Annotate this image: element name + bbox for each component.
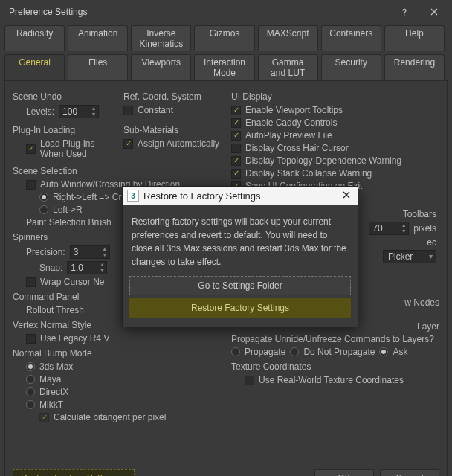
use-legacy-check[interactable]: [26, 334, 36, 344]
rl-crossing-radio[interactable]: [39, 193, 48, 202]
load-plugins-label: Load Plug-ins When Used: [40, 138, 110, 159]
bm-maya-radio[interactable]: [26, 375, 35, 384]
footer: Restore Factory Settings... OK Cancel: [13, 469, 439, 476]
tab-ik[interactable]: Inverse Kinematics: [131, 25, 191, 51]
precision-label: Precision:: [26, 247, 65, 257]
r2-check[interactable]: [231, 118, 241, 128]
calc-bitangent-check: [39, 413, 49, 422]
r4-check[interactable]: [231, 144, 241, 153]
r1-check[interactable]: [231, 106, 241, 115]
tab-maxscript[interactable]: MAXScript: [258, 25, 318, 51]
go-to-settings-button[interactable]: Go to Settings Folder: [129, 276, 351, 295]
r4-label: Display Cross Hair Cursor: [245, 143, 349, 153]
wrap-cursor-label: Wrap Cursor Ne: [40, 277, 104, 287]
snap-spinner[interactable]: ▲▼: [67, 261, 107, 274]
tab-interaction[interactable]: Interaction Mode: [194, 54, 254, 80]
tab-viewports[interactable]: Viewports: [131, 54, 191, 80]
bm-directx-radio[interactable]: [26, 387, 35, 396]
r2-label: Enable Caddy Controls: [245, 118, 337, 128]
tab-help[interactable]: Help: [384, 25, 445, 51]
bm-maya-label: Maya: [39, 374, 61, 385]
propagate-radio[interactable]: [231, 347, 240, 356]
propagate-text: Propagate Unnide/Unfreeze Commands to La…: [231, 334, 434, 344]
tab-general[interactable]: General: [4, 54, 65, 80]
help-icon[interactable]: [390, 1, 419, 22]
tab-files[interactable]: Files: [68, 54, 128, 80]
dialog-title: Restore to Factory Settings: [143, 190, 335, 202]
r6-check[interactable]: [231, 169, 241, 178]
bump-mode-label: Normal Bump Mode: [13, 348, 221, 358]
submaterials-label: Sub-Materials: [123, 125, 221, 135]
p2-label: Do Not Propagate: [303, 347, 375, 357]
tex-coords-label: Texture Coordinates: [231, 361, 439, 372]
plugin-loading-label: Plug-In Loading: [13, 125, 110, 135]
ui-display-label: UI Display: [231, 91, 439, 102]
r5-check[interactable]: [231, 156, 241, 166]
dialog-close-icon[interactable]: [340, 190, 353, 202]
levels-label: Levels:: [26, 106, 54, 117]
use-legacy-label: Use Legacy R4 V: [40, 333, 109, 344]
r3-label: AutoPlay Preview File: [245, 130, 332, 141]
rollout-thresh-label: Rollout Thresh: [26, 305, 84, 315]
r6-label: Display Stack Collapse Warning: [245, 168, 372, 178]
calc-bitangent-label: Calculate bitangent per pixel: [54, 412, 166, 422]
constant-check[interactable]: [123, 106, 133, 115]
paint-brush-label: Paint Selection Brush: [26, 217, 112, 228]
close-icon[interactable]: [419, 1, 449, 22]
r5-label: Display Topology-Dependence Warning: [245, 155, 401, 166]
wrap-cursor-check[interactable]: [26, 277, 36, 287]
assign-auto-check[interactable]: [123, 139, 133, 149]
tab-containers[interactable]: Containers: [321, 25, 381, 51]
precision-spinner[interactable]: ▲▼: [70, 245, 110, 259]
auto-window-check[interactable]: [26, 180, 36, 190]
picker-combo[interactable]: Picker: [383, 250, 436, 263]
r1-label: Enable Viewport Tooltips: [245, 105, 343, 115]
r3-check[interactable]: [231, 131, 241, 141]
real-world-check[interactable]: [245, 376, 254, 385]
tab-security[interactable]: Security: [321, 54, 381, 80]
pixels-label: pixels: [413, 223, 436, 234]
layers-label: Layer: [417, 321, 439, 332]
titlebar: Preference Settings: [0, 0, 452, 24]
load-plugins-check[interactable]: [26, 144, 36, 154]
restore-dialog: 3 Restore to Factory Settings Restoring …: [122, 186, 358, 327]
tab-radiosity[interactable]: Radiosity: [4, 25, 65, 51]
cancel-button[interactable]: Cancel: [380, 469, 439, 476]
dialog-titlebar: 3 Restore to Factory Settings: [123, 187, 358, 205]
restore-factory-settings-button[interactable]: Restore Factory Settings: [129, 298, 351, 318]
real-world-label: Use Real-World Texture Coordinates: [259, 375, 404, 385]
constant-label: Constant: [138, 105, 173, 115]
tabs-row-2: General Files Viewports Interaction Mode…: [0, 53, 452, 80]
lr-crossing-radio[interactable]: [39, 205, 48, 214]
tab-animation[interactable]: Animation: [68, 25, 128, 51]
levels-spinner[interactable]: ▲▼: [59, 105, 99, 118]
dialog-body: Restoring factory settings will back up …: [123, 205, 358, 273]
app-icon: 3: [127, 190, 139, 202]
tab-rendering[interactable]: Rendering: [384, 54, 445, 80]
nodes-label: w Nodes: [404, 298, 439, 308]
p1-label: Propagate: [245, 347, 285, 357]
dont-propagate-radio[interactable]: [290, 347, 299, 356]
tabs-row-1: Radiosity Animation Inverse Kinematics G…: [0, 24, 452, 51]
p3-label: Ask: [393, 347, 407, 357]
window-title: Preference Settings: [9, 7, 390, 17]
assign-auto-label: Assign Automatically: [138, 138, 219, 149]
tab-gamma[interactable]: Gamma and LUT: [258, 54, 318, 80]
bm-3dsmax-label: 3ds Max: [39, 361, 73, 372]
lr-crossing-label: Left->R: [53, 205, 83, 215]
tab-gizmos[interactable]: Gizmos: [194, 25, 254, 51]
bm-mikkt-radio[interactable]: [26, 400, 35, 409]
scene-undo-label: Scene Undo: [13, 91, 110, 102]
ref-coord-label: Ref. Coord. System: [123, 91, 221, 102]
bm-directx-label: DirectX: [39, 387, 68, 397]
scene-selection-label: Scene Selection: [13, 166, 221, 176]
restore-factory-button[interactable]: Restore Factory Settings...: [13, 469, 135, 476]
ok-button[interactable]: OK: [314, 469, 374, 476]
toolbars-label: Toolbars: [403, 209, 436, 219]
bm-mikkt-label: MikkT: [39, 399, 63, 410]
sec-label: ec: [427, 237, 436, 248]
toolbar-spinner[interactable]: ▲▼: [369, 222, 409, 235]
snap-label: Snap:: [39, 263, 62, 273]
ask-radio[interactable]: [379, 347, 388, 356]
bm-3dsmax-radio[interactable]: [26, 362, 35, 371]
